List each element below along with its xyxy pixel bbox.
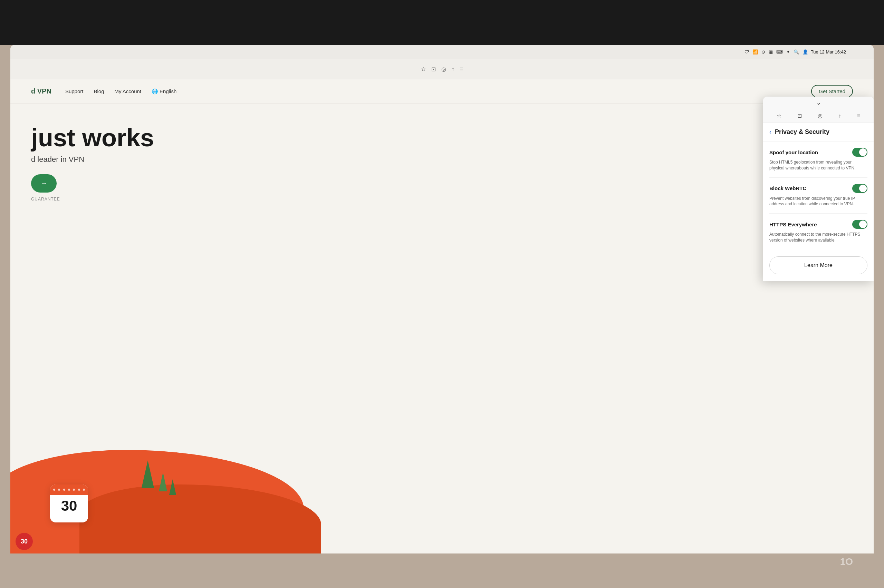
panel-screenshot-icon[interactable]: ◎ <box>818 112 822 119</box>
browser-toolbar: ☆ ⊡ ◎ ↑ ≡ <box>11 58 873 80</box>
spoof-location-row: Spoof your location <box>769 148 867 157</box>
block-webrtc-toggle[interactable] <box>852 184 867 193</box>
wifi-menubar-icon: 📶 <box>752 50 758 54</box>
https-everywhere-row: HTTPS Everywhere <box>769 220 867 229</box>
star-toolbar-icon[interactable]: ☆ <box>421 66 426 72</box>
calendar-dot-4 <box>68 489 70 491</box>
system-time: Tue 12 Mar 16:42 <box>811 50 846 54</box>
portrait-menubar-icon: 👤 <box>803 50 808 54</box>
vpn-navigation: d VPN Support Blog My Account 🌐 English … <box>11 80 873 104</box>
website-background: d VPN Support Blog My Account 🌐 English … <box>11 80 873 554</box>
vpn-logo: d VPN <box>31 87 51 95</box>
panel-title: Privacy & Security <box>775 128 830 136</box>
screenshot-toolbar-icon[interactable]: ◎ <box>441 66 446 72</box>
calendar-badge: 30 <box>15 533 33 550</box>
calendar-dot-3 <box>63 489 65 491</box>
privacy-security-panel: ⌄ ☆ ⊡ ◎ ↑ ≡ ‹ Privacy & Security Spoof y… <box>763 97 873 281</box>
https-everywhere-toggle[interactable] <box>852 220 867 229</box>
panel-star-icon[interactable]: ☆ <box>777 112 782 119</box>
nav-link-support[interactable]: Support <box>65 88 84 94</box>
dark-top-overlay <box>0 0 884 45</box>
nav-link-blog[interactable]: Blog <box>93 88 104 94</box>
get-started-button[interactable]: Get Started <box>811 85 853 98</box>
nav-link-myaccount[interactable]: My Account <box>114 88 141 94</box>
focus-menubar-icon: ⊙ <box>761 50 765 54</box>
menu-bar: 🛡 📶 ⊙ ▦ ⌨ ✦ 🔍 👤 Tue 12 Mar 16:42 <box>11 45 873 58</box>
panel-back-button[interactable]: ‹ <box>769 128 771 136</box>
spoof-location-setting: Spoof your location Stop HTML5 geolocati… <box>769 141 867 178</box>
hero-cta-button[interactable]: → <box>31 174 57 192</box>
panel-browser-toolbar: ☆ ⊡ ◎ ↑ ≡ <box>763 109 873 123</box>
panel-pocket-icon[interactable]: ⊡ <box>797 112 802 119</box>
arrow-icon: → <box>41 180 47 187</box>
hero-subheading: d leader in VPN <box>31 155 853 164</box>
tree-icon-1 <box>141 460 154 488</box>
block-webrtc-setting: Block WebRTC Prevent websites from disco… <box>769 178 867 214</box>
globe-icon: 🌐 <box>152 88 158 94</box>
share-toolbar-icon[interactable]: ↑ <box>452 66 454 72</box>
menu-toolbar-icon[interactable]: ≡ <box>460 66 463 72</box>
nav-lang-selector[interactable]: 🌐 English <box>152 88 176 94</box>
pocket-toolbar-icon[interactable]: ⊡ <box>431 66 436 72</box>
watermark: 1O <box>840 556 853 567</box>
search-menubar-icon: 🔍 <box>794 50 799 54</box>
calendar-dot-2 <box>58 489 60 491</box>
panel-menu-icon[interactable]: ≡ <box>857 113 860 119</box>
spoof-location-desc: Stop HTML5 geolocation from revealing yo… <box>769 159 867 171</box>
calendar-icon: 30 <box>50 484 88 522</box>
tree-icon-3 <box>169 479 176 495</box>
panel-settings-list: Spoof your location Stop HTML5 geolocati… <box>763 141 873 249</box>
panel-header: ‹ Privacy & Security <box>763 123 873 141</box>
hero-illustration: 30 30 <box>11 433 873 554</box>
calendar-dot-1 <box>53 489 55 491</box>
hero-section: just works d leader in VPN → GUARANTEE <box>11 104 873 554</box>
panel-share-icon[interactable]: ↑ <box>839 113 841 119</box>
bars-menubar-icon: ▦ <box>769 50 773 54</box>
spoof-location-label: Spoof your location <box>769 149 818 155</box>
shield-menubar-icon: 🛡 <box>744 50 749 54</box>
panel-collapse-area[interactable]: ⌄ <box>763 97 873 109</box>
https-everywhere-label: HTTPS Everywhere <box>769 222 817 227</box>
hero-headline: just works <box>31 124 853 152</box>
bluetooth-menubar-icon: ✦ <box>786 50 790 54</box>
learn-more-button[interactable]: Learn More <box>769 256 867 274</box>
chevron-down-icon: ⌄ <box>816 99 821 106</box>
calendar-dot-5 <box>73 489 75 491</box>
guarantee-label: GUARANTEE <box>31 197 853 201</box>
lang-label: English <box>159 88 176 94</box>
calendar-day-number: 30 <box>50 495 88 517</box>
https-everywhere-setting: HTTPS Everywhere Automatically connect t… <box>769 214 867 249</box>
spoof-location-toggle[interactable] <box>852 148 867 157</box>
tree-icon-2 <box>159 472 167 491</box>
keyboard-menubar-icon: ⌨ <box>776 50 783 54</box>
block-webrtc-row: Block WebRTC <box>769 184 867 193</box>
block-webrtc-desc: Prevent websites from discovering your t… <box>769 196 867 207</box>
menu-bar-status-icons: 🛡 📶 ⊙ ▦ ⌨ ✦ 🔍 👤 <box>744 50 808 54</box>
calendar-header <box>50 484 88 495</box>
calendar-dot-6 <box>78 489 80 491</box>
block-webrtc-label: Block WebRTC <box>769 185 806 191</box>
calendar-dot-7 <box>83 489 85 491</box>
https-everywhere-desc: Automatically connect to the more-secure… <box>769 231 867 243</box>
